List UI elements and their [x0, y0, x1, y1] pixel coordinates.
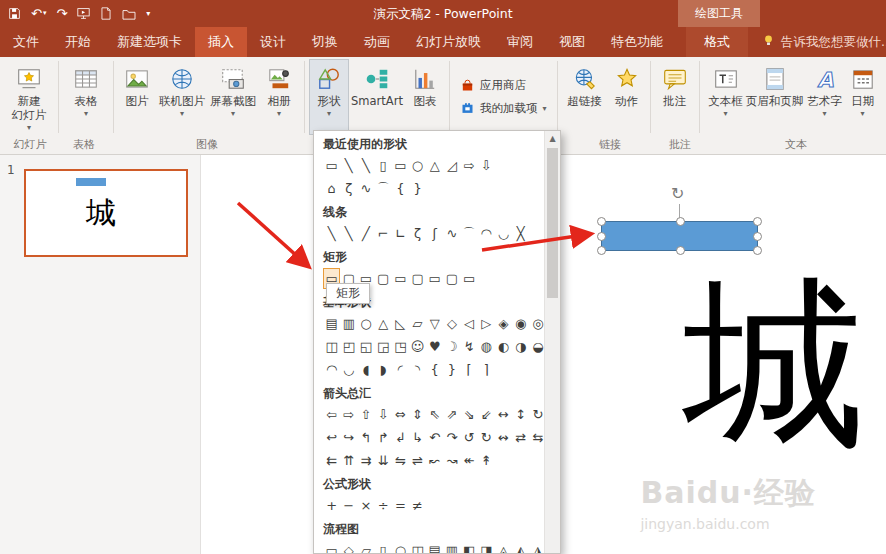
resize-handle[interactable]: [676, 246, 685, 255]
shape-cell[interactable]: ↭: [495, 427, 512, 448]
shape-cell[interactable]: ↕: [512, 404, 529, 425]
shape-cell[interactable]: ↔: [495, 404, 512, 425]
qat-new-button[interactable]: [100, 7, 112, 20]
shape-cell[interactable]: −: [340, 495, 357, 516]
qat-redo-button[interactable]: ↷: [56, 7, 67, 20]
shape-cell[interactable]: ▢: [375, 268, 392, 289]
shape-cell[interactable]: ☺: [409, 336, 426, 357]
shape-cell[interactable]: ×: [357, 495, 374, 516]
rotation-handle-icon[interactable]: ↻: [671, 186, 684, 202]
shape-cell[interactable]: ▢: [409, 268, 426, 289]
shape-cell[interactable]: ∟: [392, 223, 409, 244]
shape-cell[interactable]: ▥: [443, 540, 460, 554]
shape-cell[interactable]: ↪: [340, 427, 357, 448]
tab-insert[interactable]: 插入: [195, 27, 247, 57]
shape-cell[interactable]: ◲: [375, 336, 392, 357]
shape-cell[interactable]: ◖: [357, 359, 374, 380]
shape-cell[interactable]: ⇙: [478, 404, 495, 425]
shape-cell[interactable]: ⇔: [392, 404, 409, 425]
shape-cell[interactable]: ▭: [392, 155, 409, 176]
shape-cell[interactable]: ⇨: [461, 155, 478, 176]
resize-handle[interactable]: [676, 217, 685, 226]
shape-cell[interactable]: ↶: [426, 427, 443, 448]
tab-home[interactable]: 开始: [52, 27, 104, 57]
shape-cell[interactable]: ⇄: [512, 427, 529, 448]
shape-cell[interactable]: ╱: [357, 223, 374, 244]
tab-slideshow[interactable]: 幻灯片放映: [403, 27, 494, 57]
shape-cell[interactable]: ▭: [426, 268, 443, 289]
shape-cell[interactable]: ▭: [392, 268, 409, 289]
shape-cell[interactable]: ▢: [443, 268, 460, 289]
shape-cell[interactable]: ↟: [478, 450, 495, 471]
shape-cell[interactable]: ⇖: [426, 404, 443, 425]
shape-cell[interactable]: ⇦: [323, 404, 340, 425]
shape-cell[interactable]: ↝: [443, 450, 460, 471]
online-pictures-button[interactable]: 联机图片▾: [156, 59, 208, 135]
shape-cell[interactable]: ◑: [512, 336, 529, 357]
shape-cell[interactable]: ↯: [461, 336, 478, 357]
shape-cell[interactable]: ∿: [443, 223, 460, 244]
shape-cell[interactable]: ╲: [340, 223, 357, 244]
shape-cell[interactable]: ╳: [512, 223, 529, 244]
qat-customize-button[interactable]: ▾: [146, 10, 150, 18]
shape-cell[interactable]: }: [443, 359, 460, 380]
tab-features[interactable]: 特色功能: [598, 27, 676, 57]
shape-cell[interactable]: ◡: [340, 359, 357, 380]
header-footer-button[interactable]: 页眉和页脚: [748, 59, 802, 135]
shape-cell[interactable]: ↰: [357, 427, 374, 448]
shape-cell[interactable]: ◠: [323, 359, 340, 380]
shape-cell[interactable]: ⇋: [392, 450, 409, 471]
shape-cell[interactable]: ◫: [409, 540, 426, 554]
tab-custom-tab[interactable]: 新建选项卡: [104, 27, 195, 57]
shape-cell[interactable]: ⇨: [340, 404, 357, 425]
qat-undo-button[interactable]: ↶▾: [31, 7, 46, 20]
shape-cell[interactable]: ◐: [495, 336, 512, 357]
shape-cell[interactable]: ▽: [426, 313, 443, 334]
text-box-button[interactable]: 文本框▾: [704, 59, 748, 135]
pictures-button[interactable]: 图片: [118, 59, 156, 135]
my-add-ins-button[interactable]: 我的加载项▾: [460, 101, 547, 116]
resize-handle[interactable]: [753, 246, 762, 255]
shape-cell[interactable]: ◬: [495, 540, 512, 554]
shape-cell[interactable]: ◿: [443, 155, 460, 176]
shape-cell[interactable]: ☽: [443, 336, 460, 357]
tab-design[interactable]: 设计: [247, 27, 299, 57]
shape-cell[interactable]: ◨: [478, 540, 495, 554]
shape-cell[interactable]: ζ: [409, 223, 426, 244]
shape-cell[interactable]: ⌉: [478, 359, 495, 380]
new-slide-button[interactable]: 新建幻灯片▾: [4, 59, 54, 135]
shape-cell[interactable]: }: [409, 178, 426, 199]
shape-cell[interactable]: ▱: [357, 540, 374, 554]
shape-cell[interactable]: ⇩: [478, 155, 495, 176]
shape-cell[interactable]: ▯: [375, 155, 392, 176]
shape-cell[interactable]: ⇩: [375, 404, 392, 425]
comment-button[interactable]: 批注: [655, 59, 695, 135]
shape-cell[interactable]: ⇗: [443, 404, 460, 425]
action-button[interactable]: 动作: [608, 59, 646, 135]
shape-cell[interactable]: ◳: [392, 336, 409, 357]
shape-cell[interactable]: ▷: [478, 313, 495, 334]
shape-cell[interactable]: ⌒: [375, 178, 392, 199]
shape-cell[interactable]: {: [426, 359, 443, 380]
shape-cell[interactable]: ÷: [375, 495, 392, 516]
shape-cell[interactable]: ↷: [443, 427, 460, 448]
shape-cell[interactable]: ◰: [340, 336, 357, 357]
qat-save-button[interactable]: [8, 7, 21, 20]
shape-cell[interactable]: △: [375, 313, 392, 334]
shape-cell[interactable]: ⇉: [357, 450, 374, 471]
wordart-button[interactable]: A艺术字▾: [802, 59, 848, 135]
shape-cell[interactable]: ◡: [495, 223, 512, 244]
shape-cell[interactable]: ◝: [409, 359, 426, 380]
resize-handle[interactable]: [597, 232, 606, 241]
shape-cell[interactable]: ⇊: [375, 450, 392, 471]
hyperlink-button[interactable]: 超链接: [562, 59, 608, 135]
photo-album-button[interactable]: 相册▾: [258, 59, 300, 135]
shape-cell[interactable]: ↩: [323, 427, 340, 448]
shapes-panel-scrollbar[interactable]: ▲: [544, 131, 560, 553]
shape-cell[interactable]: ⇧: [357, 404, 374, 425]
shape-cell[interactable]: ⌈: [461, 359, 478, 380]
scroll-up-icon[interactable]: ▲: [545, 131, 560, 146]
shape-cell[interactable]: ◠: [478, 223, 495, 244]
shape-cell[interactable]: ↞: [461, 450, 478, 471]
shape-cell[interactable]: ↜: [426, 450, 443, 471]
